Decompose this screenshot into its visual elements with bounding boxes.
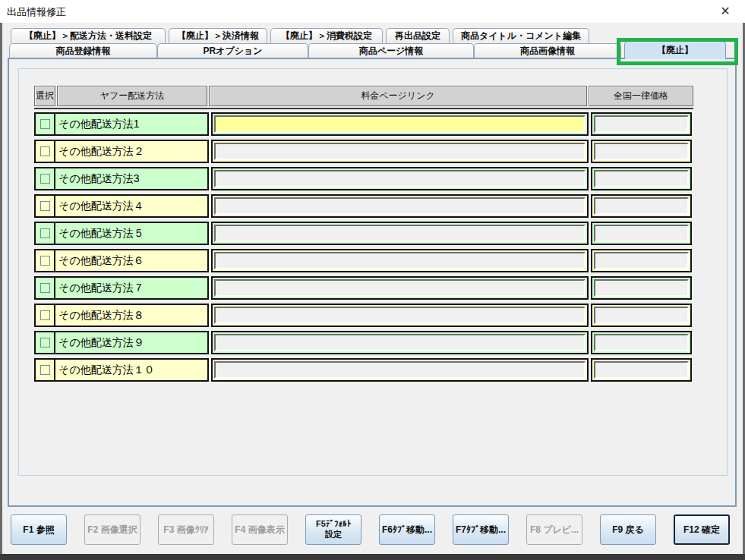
row-select-checkbox[interactable] xyxy=(40,119,50,129)
f5-button[interactable]: F5ﾃﾞﾌｫﾙﾄ設定 xyxy=(305,514,361,545)
f12-button[interactable]: F12 確定 xyxy=(674,514,730,545)
tab-front-5-selected[interactable]: 【廃止】 xyxy=(624,41,726,59)
fee-page-link-input[interactable] xyxy=(214,334,586,351)
flat-price-input[interactable] xyxy=(594,279,689,297)
table-header-cell-3: 料金ページリンク xyxy=(209,86,587,106)
row-select-checkbox[interactable] xyxy=(40,146,50,156)
tab-strip-back-row: 【廃止】＞配送方法・送料設定【廃止】＞決済情報【廃止】＞消費税設定再出品設定商品… xyxy=(11,28,592,43)
row-select-checkbox[interactable] xyxy=(40,338,50,348)
row-select-cell xyxy=(36,250,55,271)
shipping-method-label: その他配送方法５ xyxy=(55,223,207,244)
fee-page-link-cell xyxy=(211,112,589,136)
table-body: その他配送方法1その他配送方法２その他配送方法3その他配送方法４その他配送方法５… xyxy=(34,112,693,382)
row-label-cell: その他配送方法７ xyxy=(34,276,209,300)
flat-price-cell xyxy=(591,249,692,272)
fee-page-link-input[interactable] xyxy=(214,252,586,269)
row-label-cell: その他配送方法１０ xyxy=(34,358,209,382)
window-bottom-edge xyxy=(0,554,745,560)
tab-strip-front-row: 商品登録情報PRオプション商品ページ情報商品画像情報【廃止】 xyxy=(9,43,726,58)
tab-front-1[interactable]: 商品登録情報 xyxy=(9,43,157,58)
flat-price-input[interactable] xyxy=(594,115,689,133)
row-label-cell: その他配送方法1 xyxy=(34,112,209,136)
row-select-checkbox[interactable] xyxy=(40,174,50,184)
tab-front-2[interactable]: PRオプション xyxy=(157,43,308,58)
fee-page-link-input[interactable] xyxy=(214,197,586,215)
f6-button[interactable]: F6ﾀﾌﾞ移動... xyxy=(379,514,435,545)
fee-page-link-cell xyxy=(211,331,589,354)
flat-price-input[interactable] xyxy=(594,307,689,324)
shipping-method-label: その他配送方法1 xyxy=(55,114,207,134)
fee-page-link-input[interactable] xyxy=(214,170,586,187)
close-icon[interactable]: ✕ xyxy=(713,2,737,20)
flat-price-input[interactable] xyxy=(594,143,689,160)
flat-price-cell xyxy=(591,358,692,382)
shipping-method-label: その他配送方法８ xyxy=(55,305,207,326)
tab-back-4[interactable]: 再出品設定 xyxy=(386,28,450,43)
tab-back-1[interactable]: 【廃止】＞配送方法・送料設定 xyxy=(11,28,166,43)
fee-page-link-input[interactable] xyxy=(214,279,586,297)
row-select-checkbox[interactable] xyxy=(40,310,50,320)
row-select-cell xyxy=(36,141,55,162)
row-select-cell xyxy=(36,223,55,244)
fee-page-link-input[interactable] xyxy=(214,225,586,242)
row-label-cell: その他配送方法５ xyxy=(34,222,209,245)
shipping-method-label: その他配送方法９ xyxy=(55,332,207,353)
fee-page-link-input[interactable] xyxy=(214,143,586,160)
fee-page-link-input[interactable] xyxy=(214,307,586,324)
flat-price-cell xyxy=(591,331,692,354)
f1-button[interactable]: F1 参照 xyxy=(11,514,67,545)
inner-panel: 選択ヤフー配送方法料金ページリンク全国一律価格 その他配送方法1その他配送方法２… xyxy=(18,68,728,476)
table-header-row: 選択ヤフー配送方法料金ページリンク全国一律価格 xyxy=(34,86,693,106)
flat-price-cell xyxy=(591,304,692,327)
table-row: その他配送方法６ xyxy=(34,249,693,272)
flat-price-input[interactable] xyxy=(594,252,689,269)
row-select-cell xyxy=(36,168,55,189)
tab-back-2[interactable]: 【廃止】＞決済情報 xyxy=(169,28,267,43)
f12-button-label: F12 確定 xyxy=(683,524,720,536)
f9-button-label: F9 戻る xyxy=(612,524,644,536)
table-row: その他配送方法７ xyxy=(34,276,693,300)
flat-price-cell xyxy=(591,140,692,163)
tab-back-3[interactable]: 【廃止】＞消費税設定 xyxy=(270,28,383,43)
table-row: その他配送方法８ xyxy=(34,304,693,327)
row-label-cell: その他配送方法９ xyxy=(34,331,209,354)
row-select-checkbox[interactable] xyxy=(40,228,50,238)
row-select-checkbox[interactable] xyxy=(40,256,50,266)
table-header-cell-2: ヤフー配送方法 xyxy=(57,86,207,106)
shipping-method-label: その他配送方法６ xyxy=(55,250,207,271)
table-row: その他配送方法２ xyxy=(34,140,693,163)
flat-price-input[interactable] xyxy=(594,197,689,215)
f7-button[interactable]: F7ﾀﾌﾞ移動... xyxy=(453,514,509,545)
tab-front-3[interactable]: 商品ページ情報 xyxy=(308,43,474,58)
table-row: その他配送方法９ xyxy=(34,331,693,354)
shipping-method-label: その他配送方法１０ xyxy=(55,360,207,380)
f9-button[interactable]: F9 戻る xyxy=(600,514,656,545)
fee-page-link-input[interactable] xyxy=(214,361,586,379)
tab-front-4[interactable]: 商品画像情報 xyxy=(474,43,621,58)
fee-page-link-input[interactable] xyxy=(214,115,586,133)
flat-price-input[interactable] xyxy=(594,170,689,187)
row-select-checkbox[interactable] xyxy=(40,283,50,293)
flat-price-input[interactable] xyxy=(594,334,689,351)
row-select-cell xyxy=(36,278,55,298)
row-select-checkbox[interactable] xyxy=(40,201,50,211)
window-left-edge xyxy=(0,23,2,560)
shipping-method-label: その他配送方法3 xyxy=(55,168,207,189)
flat-price-input[interactable] xyxy=(594,361,689,379)
tab-back-5[interactable]: 商品タイトル・コメント編集 xyxy=(453,28,589,43)
f1-button-label: F1 参照 xyxy=(23,524,54,536)
flat-price-input[interactable] xyxy=(594,225,689,242)
row-select-cell xyxy=(36,114,55,134)
fee-page-link-cell xyxy=(211,276,589,300)
f3-button: F3 画像ｸﾘｱ xyxy=(158,514,214,545)
f5-button-label-2: 設定 xyxy=(325,530,342,540)
f8-button: F8 プレビ... xyxy=(526,514,582,545)
fee-page-link-cell xyxy=(211,222,589,245)
shipping-method-label: その他配送方法４ xyxy=(55,196,207,216)
f4-button: F4 画像表示 xyxy=(232,514,288,545)
window-title: 出品情報修正 xyxy=(7,5,66,19)
f4-button-label: F4 画像表示 xyxy=(235,524,284,536)
table-row: その他配送方法1 xyxy=(34,112,693,136)
row-select-checkbox[interactable] xyxy=(40,365,50,375)
table-header-cell-4: 全国一律価格 xyxy=(589,86,693,106)
